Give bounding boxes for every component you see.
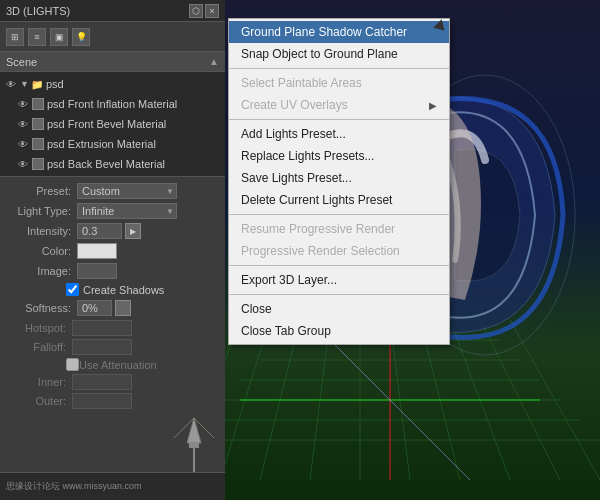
eye-icon-front-bevel[interactable]: 👁: [16, 117, 30, 131]
menu-separator-2: [229, 119, 449, 120]
menu-item-replace-lights[interactable]: Replace Lights Presets...: [229, 145, 449, 167]
preset-select-wrapper: Custom: [77, 183, 177, 199]
menu-separator-3: [229, 214, 449, 215]
scene-content: 👁 ▼ 📁 psd 👁 psd Front Inflation Material…: [0, 72, 225, 176]
softness-label: Softness:: [6, 302, 71, 314]
properties-section: Preset: Custom Light Type: Infinite Inte…: [0, 177, 225, 500]
menu-item-add-lights[interactable]: Add Lights Preset...: [229, 123, 449, 145]
hotspot-input: [72, 320, 132, 336]
menu-separator-5: [229, 294, 449, 295]
folder-icon-psd: 📁: [31, 79, 43, 90]
tree-item-psd-front-inflation[interactable]: 👁 psd Front Inflation Material: [0, 94, 225, 114]
svg-rect-22: [189, 443, 199, 448]
menu-label-ground-plane-shadow: Ground Plane Shadow Catcher: [241, 25, 407, 39]
menu-item-close-tab-group[interactable]: Close Tab Group: [229, 320, 449, 342]
menu-label-export-3d: Export 3D Layer...: [241, 273, 337, 287]
list-icon[interactable]: ≡: [28, 28, 46, 46]
menu-label-save-lights: Save Lights Preset...: [241, 171, 352, 185]
menu-item-progressive-render: Progressive Render Selection: [229, 240, 449, 262]
eye-icon-back-bevel[interactable]: 👁: [16, 157, 30, 171]
eye-icon-front-inflation[interactable]: 👁: [16, 97, 30, 111]
menu-label-select-paintable: Select Paintable Areas: [241, 76, 362, 90]
menu-label-create-uv: Create UV Overlays: [241, 98, 348, 112]
softness-row: Softness:: [6, 300, 219, 316]
label-front-inflation: psd Front Inflation Material: [47, 98, 177, 110]
label-back-bevel: psd Back Bevel Material: [47, 158, 165, 170]
intensity-row: Intensity: ▶: [6, 223, 219, 239]
eye-icon-psd[interactable]: 👁: [4, 77, 18, 91]
menu-label-snap-object: Snap Object to Ground Plane: [241, 47, 398, 61]
falloff-input: [72, 339, 132, 355]
title-controls: ⬡ ×: [189, 4, 219, 18]
scene-expand-icon[interactable]: ▲: [209, 56, 219, 67]
image-swatch[interactable]: [77, 263, 117, 279]
light-icon[interactable]: 💡: [72, 28, 90, 46]
menu-label-close: Close: [241, 302, 272, 316]
watermark-text: 思缘设计论坛 www.missyuan.com: [6, 480, 142, 493]
menu-item-export-3d[interactable]: Export 3D Layer...: [229, 269, 449, 291]
tree-item-psd-back-bevel[interactable]: 👁 psd Back Bevel Material: [0, 154, 225, 174]
image-label: Image:: [6, 265, 71, 277]
lighttype-row: Light Type: Infinite: [6, 203, 219, 219]
outer-label: Outer:: [6, 395, 66, 407]
eye-icon-extrusion[interactable]: 👁: [16, 137, 30, 151]
scene-label: Scene: [6, 56, 37, 68]
menu-item-delete-lights[interactable]: Delete Current Lights Preset: [229, 189, 449, 211]
menu-label-replace-lights: Replace Lights Presets...: [241, 149, 374, 163]
intensity-slider[interactable]: ▶: [125, 223, 141, 239]
inner-input: [72, 374, 132, 390]
svg-marker-21: [187, 418, 201, 443]
create-shadows-checkbox[interactable]: [66, 283, 79, 296]
hotspot-label: Hotspot:: [6, 322, 66, 334]
preset-row: Preset: Custom: [6, 183, 219, 199]
menu-separator-4: [229, 265, 449, 266]
scene-header: Scene ▲: [0, 52, 225, 72]
menu-item-resume-render: Resume Progressive Render: [229, 218, 449, 240]
menu-item-snap-object[interactable]: Snap Object to Ground Plane: [229, 43, 449, 65]
grid-icon[interactable]: ⊞: [6, 28, 24, 46]
softness-slider[interactable]: [115, 300, 131, 316]
label-extrusion: psd Extrusion Material: [47, 138, 156, 150]
color-row: Color:: [6, 243, 219, 259]
lighttype-label: Light Type:: [6, 205, 71, 217]
create-shadows-row: Create Shadows: [6, 283, 219, 296]
color-swatch[interactable]: [77, 243, 117, 259]
tree-item-psd-front-bevel[interactable]: 👁 psd Front Bevel Material: [0, 114, 225, 134]
label-psd: psd: [46, 78, 64, 90]
hotspot-row: Hotspot:: [6, 320, 219, 336]
scene-section: Scene ▲ 👁 ▼ 📁 psd 👁 psd Front Inflation …: [0, 52, 225, 177]
view-icon[interactable]: ▣: [50, 28, 68, 46]
menu-label-progressive-render: Progressive Render Selection: [241, 244, 400, 258]
arrow-psd: ▼: [20, 79, 29, 89]
panel-move-btn[interactable]: ⬡: [189, 4, 203, 18]
use-attenuation-checkbox: [66, 358, 79, 371]
menu-item-select-paintable: Select Paintable Areas: [229, 72, 449, 94]
use-attenuation-label: Use Attenuation: [79, 359, 157, 371]
falloff-label: Falloff:: [6, 341, 66, 353]
toolbar: ⊞ ≡ ▣ 💡: [0, 22, 225, 52]
softness-input[interactable]: [77, 300, 112, 316]
intensity-label: Intensity:: [6, 225, 71, 237]
preset-select[interactable]: Custom: [77, 183, 177, 199]
menu-item-save-lights[interactable]: Save Lights Preset...: [229, 167, 449, 189]
image-row: Image:: [6, 263, 219, 279]
intensity-input[interactable]: [77, 223, 122, 239]
lighttype-select-wrapper: Infinite: [77, 203, 177, 219]
tree-item-psd[interactable]: 👁 ▼ 📁 psd: [0, 74, 225, 94]
create-shadows-label: Create Shadows: [83, 284, 164, 296]
inner-label: Inner:: [6, 376, 66, 388]
intensity-controls: ▶: [77, 223, 141, 239]
menu-label-resume-render: Resume Progressive Render: [241, 222, 395, 236]
panel-close-btn[interactable]: ×: [205, 4, 219, 18]
menu-item-close[interactable]: Close: [229, 298, 449, 320]
tree-item-psd-extrusion[interactable]: 👁 psd Extrusion Material: [0, 134, 225, 154]
menu-item-ground-plane-shadow[interactable]: Ground Plane Shadow Catcher: [229, 21, 449, 43]
thumb-front-inflation: [32, 98, 44, 110]
label-front-bevel: psd Front Bevel Material: [47, 118, 166, 130]
menu-label-add-lights: Add Lights Preset...: [241, 127, 346, 141]
panel-title-bar: 3D (LIGHTS) ⬡ ×: [0, 0, 225, 22]
thumb-back-bevel: [32, 158, 44, 170]
lighttype-select[interactable]: Infinite: [77, 203, 177, 219]
use-attenuation-row: Use Attenuation: [6, 358, 219, 371]
preset-label: Preset:: [6, 185, 71, 197]
